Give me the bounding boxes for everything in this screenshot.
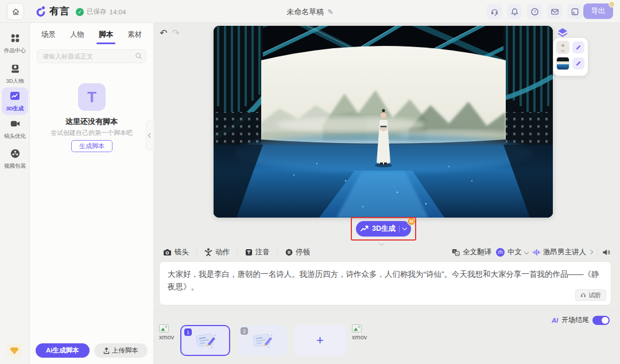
script-panel: 场景 人物 脚本 素材 T 这里还没有脚本 尝试创建自己的第一个脚本吧 生成脚本…: [30, 23, 154, 364]
voice-select[interactable]: 激昂男主讲人: [533, 247, 592, 257]
bell-icon: [510, 7, 519, 16]
ai-icon: AI: [552, 317, 558, 324]
question-icon: ?: [530, 7, 539, 16]
phonetic-tool[interactable]: 注音: [245, 247, 270, 257]
stage-preview[interactable]: [214, 26, 553, 218]
scene-thumbnail[interactable]: [556, 57, 569, 70]
tab-character[interactable]: 人物: [70, 30, 84, 44]
opening-ending-toggle[interactable]: [592, 316, 610, 325]
generate-script-label: 生成脚本: [79, 142, 104, 150]
svg-text:?: ?: [533, 9, 536, 14]
script-editor[interactable]: 大家好，我是李白，唐朝的一名诗人。我游历四方，诗作众多，人们称我为“诗仙”。今天…: [159, 261, 611, 305]
svg-text:A: A: [456, 251, 459, 255]
slide-card-1[interactable]: 1: [180, 325, 230, 356]
support-button[interactable]: [487, 4, 502, 19]
stage-elements-card: [553, 38, 588, 76]
stage-scene: [214, 26, 553, 218]
ai-generate-script-button[interactable]: Ai生成脚本: [36, 343, 90, 358]
sidebar-item-3d-character[interactable]: 3D人物: [2, 63, 28, 85]
sidebar-item-works-center[interactable]: 作品中心: [2, 33, 28, 55]
watermark-text: xmov: [159, 334, 174, 340]
slide-card-2[interactable]: 2: [238, 325, 287, 356]
chart-line-icon: [361, 226, 369, 232]
tool-label: 动作: [215, 247, 230, 257]
divider: [597, 249, 598, 256]
listen-button[interactable]: 试听: [575, 289, 606, 301]
doc-title[interactable]: 未命名草稿: [286, 7, 324, 16]
generate-script-button[interactable]: 生成脚本: [71, 140, 113, 152]
slide-number-badge: 2: [241, 327, 248, 335]
gem-icon: [10, 347, 19, 354]
chart-icon: [9, 90, 21, 102]
sidebar-label: 3D生成: [2, 105, 28, 113]
divider: [237, 249, 238, 256]
notifications-button[interactable]: [507, 4, 522, 19]
generate-3d-button[interactable]: 3D生成: [356, 221, 411, 237]
person-icon: [10, 63, 21, 74]
pause-icon: [285, 249, 293, 256]
upload-icon: [103, 347, 110, 354]
character-thumbnail[interactable]: [556, 41, 569, 54]
tab-scene[interactable]: 场景: [41, 30, 56, 44]
translate-button[interactable]: 文A 全文翻译: [452, 247, 491, 257]
panel-footer: Ai生成脚本 上传脚本: [36, 343, 148, 358]
pencil-icon: [575, 44, 582, 51]
toggle-knob: [602, 317, 609, 324]
translate-label: 全文翻译: [463, 247, 491, 257]
upload-script-button[interactable]: 上传脚本: [94, 343, 148, 358]
tab-assets[interactable]: 素材: [127, 30, 142, 44]
sidebar-item-camera-optimize[interactable]: 镜头优化: [2, 118, 28, 140]
edit-character-button[interactable]: [572, 41, 584, 53]
search-input[interactable]: [37, 49, 146, 63]
tool-label: 镜头: [175, 247, 189, 257]
panel-collapse-handle[interactable]: [146, 121, 154, 150]
panel-tabs: 场景 人物 脚本 素材: [30, 23, 153, 44]
sidebar-item-video-package[interactable]: 视频包装: [2, 148, 28, 170]
projects-button[interactable]: [567, 4, 582, 19]
empty-subtitle: 尝试创建自己的第一个脚本吧: [30, 129, 153, 137]
projects-icon: [571, 7, 579, 16]
watermark-text: xmov: [352, 334, 367, 340]
speaker-button[interactable]: [602, 249, 610, 256]
sidebar-label: 镜头优化: [2, 133, 28, 140]
top-bar: 有言 ✓ 已保存 14:04 未命名草稿 ✎ ?: [0, 0, 620, 23]
add-slide-button[interactable]: +: [294, 325, 346, 356]
chevron-right-icon: [588, 250, 593, 254]
translate-icon: 文A: [452, 249, 460, 256]
rename-icon[interactable]: ✎: [328, 8, 334, 16]
video-camera-icon: [10, 118, 21, 129]
opening-ending-label: 开场结尾: [561, 315, 589, 325]
redo-button[interactable]: ↷: [172, 28, 179, 38]
undo-button[interactable]: ↶: [160, 28, 167, 38]
messages-button[interactable]: [547, 4, 562, 19]
chevron-down-icon[interactable]: [402, 226, 407, 230]
camera-tool[interactable]: 镜头: [163, 247, 189, 257]
opening-ending-control: AI 开场结尾: [552, 315, 610, 325]
search-box: [37, 49, 146, 63]
character-thumb-art: [557, 41, 569, 53]
layers-button[interactable]: [556, 26, 569, 39]
edit-scene-button[interactable]: [572, 57, 584, 69]
language-select[interactable]: zh 中文: [496, 247, 528, 257]
chevron-left-icon: [148, 133, 152, 138]
sidebar-item-3d-generate[interactable]: 3D生成: [2, 87, 28, 115]
membership-gem-button[interactable]: [6, 343, 22, 357]
language-label: 中文: [507, 247, 522, 257]
tab-script[interactable]: 脚本: [99, 30, 113, 44]
pause-tool[interactable]: 停顿: [285, 247, 310, 257]
action-tool[interactable]: 动作: [204, 247, 230, 257]
divider: [154, 311, 620, 311]
sidebar-label: 3D人物: [2, 78, 28, 85]
mail-icon: [551, 7, 559, 16]
bottom-panel-collapse[interactable]: [379, 241, 385, 247]
empty-title: 这里还没有脚本: [30, 117, 153, 127]
app-window: 有言 ✓ 已保存 14:04 未命名草稿 ✎ ?: [0, 0, 620, 364]
watermark-right: xmov: [352, 324, 375, 340]
script-text[interactable]: 大家好，我是李白，唐朝的一名诗人。我游历四方，诗作众多，人们称我为“诗仙”。今天…: [160, 262, 611, 300]
language-badge: zh: [496, 248, 505, 257]
sidebar-label: 视频包装: [2, 162, 28, 170]
empty-script-icon: T: [78, 83, 106, 111]
help-button[interactable]: ?: [527, 4, 542, 19]
headset-icon: [490, 7, 499, 16]
script-doc-illustration: [192, 331, 219, 350]
